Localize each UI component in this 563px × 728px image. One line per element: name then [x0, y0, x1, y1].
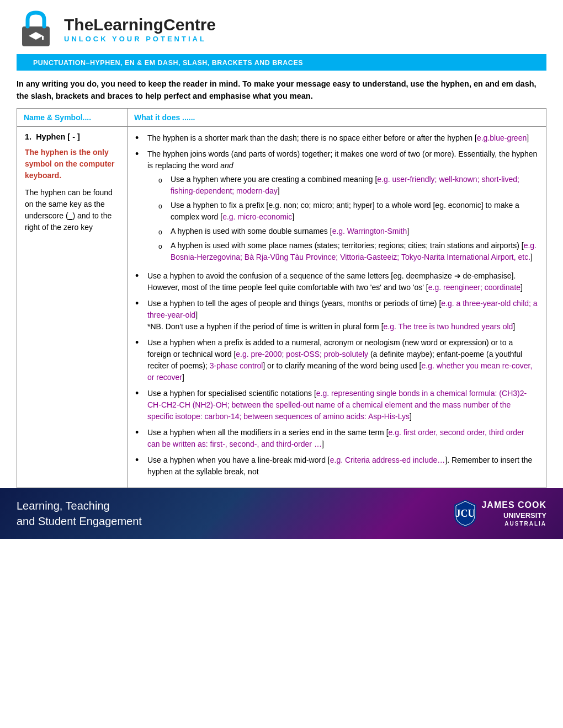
logo-icon	[17, 10, 55, 49]
list-item: • Use a hyphen to tell the ages of peopl…	[135, 298, 538, 333]
left-cell: 1. Hyphen [ - ] The hyphen is the only s…	[17, 126, 128, 488]
intro-paragraph: In any writing you do, you need to keep …	[0, 71, 563, 108]
bullet-icon: •	[135, 388, 145, 400]
jcu-logo-text: JAMES COOK UNIVERSITY AUSTRALIA	[481, 500, 546, 528]
intro-text: In any writing you do, you need to keep …	[17, 79, 537, 100]
bullet-icon: •	[135, 148, 145, 160]
svg-rect-2	[42, 36, 44, 40]
logo-tagline: UNLOCK YOUR POTENTIAL	[64, 35, 216, 43]
logo-learning: Learning	[93, 15, 163, 34]
col-name-header: Name & Symbol....	[17, 108, 128, 126]
header: TheLearningCentre UNLOCK YOUR POTENTIAL	[0, 0, 563, 54]
right-cell: • The hyphen is a shorter mark than the …	[128, 126, 546, 488]
jcu-name1: JAMES COOK	[481, 500, 546, 511]
bullet-content: The hyphen is a shorter mark than the da…	[147, 132, 538, 144]
bullet-content: The hyphen joins words (and parts of wor…	[147, 148, 538, 266]
bullet-content: Use a hyphen when all the modifiers in a…	[147, 427, 538, 450]
footer-right: JCU JAMES COOK UNIVERSITY AUSTRALIA	[454, 499, 546, 528]
sub-content: A hyphen is used with some double surnam…	[171, 226, 538, 237]
bullet-content: Use a hyphen for specialised scientific …	[147, 388, 538, 422]
main-table: Name & Symbol.... What it does ...... 1.…	[17, 108, 546, 489]
list-item: o A hyphen is used with some double surn…	[147, 226, 538, 237]
list-item: o A hyphen is used with some place names…	[147, 240, 538, 263]
item-number: 1. Hyphen [ - ]	[25, 132, 119, 141]
logo-name: TheLearningCentre	[64, 15, 216, 34]
list-item: • The hyphen is a shorter mark than the …	[135, 132, 538, 144]
sub-list: o Use a hyphen where you are creating a …	[147, 174, 538, 263]
table-row: 1. Hyphen [ - ] The hyphen is the only s…	[17, 126, 546, 488]
bullet-content: Use a hyphen to avoid the confusion of a…	[147, 270, 538, 293]
sub-content: A hyphen is used with some place names (…	[171, 240, 538, 263]
title-bar: PUNCTUATION–HYPHEN, EN & EM DASH, SLASH,…	[17, 54, 546, 71]
bullet-content: Use a hyphen to tell the ages of people …	[147, 298, 538, 333]
footer-line2: and Student Engagement	[17, 513, 142, 529]
sub-bullet-icon: o	[158, 201, 168, 211]
bullet-icon: •	[135, 132, 145, 144]
list-item: • The hyphen joins words (and parts of w…	[135, 148, 538, 266]
bullet-icon: •	[135, 427, 145, 439]
logo-the: The	[64, 15, 93, 34]
black-note: The hyphen can be found on the same key …	[25, 187, 119, 233]
jcu-name2: UNIVERSITY	[481, 511, 546, 521]
footer: Learning, Teaching and Student Engagemen…	[0, 488, 563, 539]
sub-bullet-icon: o	[158, 242, 168, 251]
sub-content: Use a hyphen where you are creating a co…	[171, 174, 538, 197]
list-item: • Use a hyphen for specialised scientifi…	[135, 388, 538, 422]
footer-left: Learning, Teaching and Student Engagemen…	[17, 498, 142, 529]
footer-line1: Learning, Teaching	[17, 498, 142, 513]
list-item: • Use a hyphen when a prefix is added to…	[135, 337, 538, 383]
svg-text:JCU: JCU	[456, 508, 475, 519]
list-item: • Use a hyphen to avoid the confusion of…	[135, 270, 538, 293]
sub-bullet-icon: o	[158, 227, 168, 237]
bullet-icon: •	[135, 454, 145, 467]
red-note: The hyphen is the only symbol on the com…	[25, 147, 119, 181]
bullet-icon: •	[135, 270, 145, 282]
jcu-shield-icon: JCU	[454, 499, 477, 528]
bullet-icon: •	[135, 298, 145, 310]
jcu-country: AUSTRALIA	[481, 520, 546, 527]
logo-text-block: TheLearningCentre UNLOCK YOUR POTENTIAL	[64, 15, 216, 43]
bullet-content: Use a hyphen when you have a line-break …	[147, 454, 538, 478]
title-bar-text: PUNCTUATION–HYPHEN, EN & EM DASH, SLASH,…	[33, 59, 303, 67]
list-item: o Use a hyphen to fix a prefix [e.g. non…	[147, 200, 538, 223]
col-what-header: What it does ......	[128, 108, 546, 126]
logo-centre: Centre	[163, 15, 216, 34]
sub-bullet-icon: o	[158, 175, 168, 185]
bullet-icon: •	[135, 337, 145, 349]
bullet-content: Use a hyphen when a prefix is added to a…	[147, 337, 538, 383]
list-item: o Use a hyphen where you are creating a …	[147, 174, 538, 197]
list-item: • Use a hyphen when you have a line-brea…	[135, 454, 538, 478]
bullet-list: • The hyphen is a shorter mark than the …	[135, 132, 538, 478]
sub-content: Use a hyphen to fix a prefix [e.g. non; …	[171, 200, 538, 223]
list-item: • Use a hyphen when all the modifiers in…	[135, 427, 538, 450]
